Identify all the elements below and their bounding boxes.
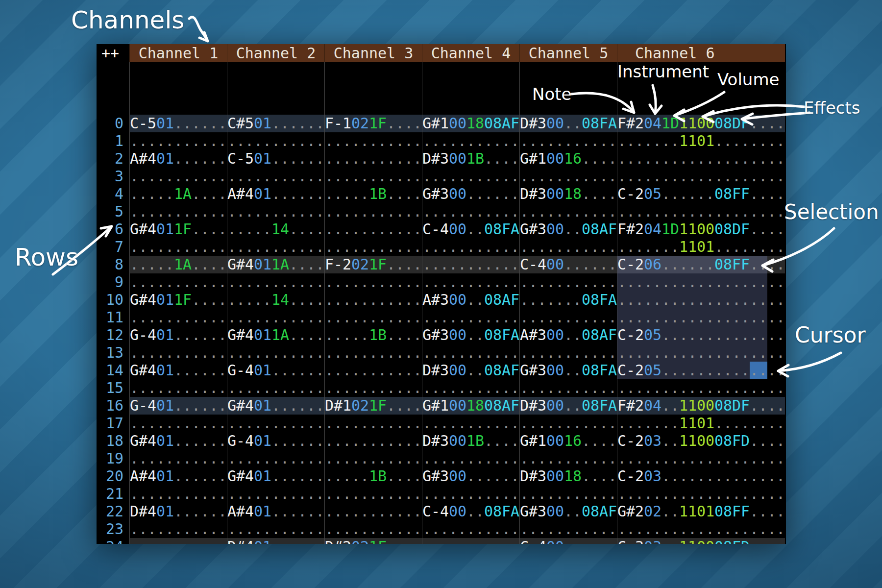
pattern-cell[interactable]: ...........	[324, 291, 422, 309]
pattern-cell[interactable]: C-203..............	[617, 467, 785, 485]
pattern-cell[interactable]: ...........	[519, 132, 617, 150]
pattern-cell[interactable]: C-400..08FA	[422, 220, 519, 238]
pattern-cell[interactable]: ...........	[324, 344, 422, 362]
pattern-cell[interactable]: C-303..110008FD....	[617, 538, 785, 544]
pattern-cell[interactable]: G#300..08AF	[519, 503, 617, 520]
row-number[interactable]: 6	[97, 220, 129, 238]
pattern-cell[interactable]: .....14....	[227, 220, 324, 238]
pattern-cell[interactable]: ...................	[617, 291, 785, 309]
row-number[interactable]: 16	[97, 397, 129, 415]
channel-header-6[interactable]: Channel 6	[617, 44, 785, 62]
pattern-cell[interactable]: ...........	[422, 415, 519, 432]
row-number[interactable]: 15	[97, 379, 129, 397]
pattern-cell[interactable]: ...........	[324, 168, 422, 185]
pattern-cell[interactable]: G#1001808AF	[422, 397, 519, 415]
pattern-cell[interactable]: ...........	[422, 273, 519, 291]
pattern-cell[interactable]: .......1101........	[617, 132, 785, 150]
pattern-cell[interactable]: G#4011A....	[227, 326, 324, 344]
pattern-cell[interactable]: ...........	[129, 520, 227, 538]
pattern-cell[interactable]: ...........	[227, 415, 324, 432]
pattern-cell[interactable]: F#2041D110008DF....	[617, 115, 785, 132]
pattern-cell[interactable]: ...........	[422, 450, 519, 467]
pattern-cell[interactable]: ...........	[227, 344, 324, 362]
pattern-cell[interactable]: ...................	[617, 273, 785, 291]
pattern-cell[interactable]: D#3001B....	[422, 432, 519, 450]
pattern-cell[interactable]: G#10016....	[519, 150, 617, 168]
pattern-cell[interactable]: ...........	[324, 415, 422, 432]
pattern-cell[interactable]: G#4011F....	[129, 291, 227, 309]
pattern-cell[interactable]: G#10016....	[519, 432, 617, 450]
pattern-cell[interactable]: D#300..08AF	[422, 362, 519, 379]
pattern-cell[interactable]: C-400..08FA	[422, 503, 519, 520]
pattern-cell[interactable]: ...........	[324, 220, 422, 238]
row-number[interactable]: 24	[97, 538, 129, 544]
pattern-cell[interactable]: ...........	[422, 238, 519, 256]
pattern-cell[interactable]: D#30018....	[519, 185, 617, 203]
pattern-cell[interactable]: ...........	[129, 344, 227, 362]
pattern-cell[interactable]: .....1A....	[129, 256, 227, 273]
pattern-cell[interactable]: C-205..............	[617, 362, 785, 379]
pattern-cell[interactable]: ...........	[129, 485, 227, 503]
pattern-cell[interactable]: ...........	[519, 485, 617, 503]
pattern-cell[interactable]: F-1021F....	[324, 115, 422, 132]
pattern-cell[interactable]: .....14....	[227, 291, 324, 309]
pattern-cell[interactable]: A#300..08AF	[519, 326, 617, 344]
row-number[interactable]: 9	[97, 273, 129, 291]
row-number[interactable]: 20	[97, 467, 129, 485]
pattern-cell[interactable]: ...........	[519, 520, 617, 538]
pattern-cell[interactable]: ...................	[617, 203, 785, 220]
row-number[interactable]: 0	[97, 115, 129, 132]
pattern-cell[interactable]: .....1B....	[324, 326, 422, 344]
row-number[interactable]: 13	[97, 344, 129, 362]
pattern-cell[interactable]: G#202..110108FF....	[617, 503, 785, 520]
pattern-cell[interactable]: C-501......	[227, 150, 324, 168]
pattern-cell[interactable]: .......08FA	[519, 291, 617, 309]
pattern-cell[interactable]: C-501......	[129, 115, 227, 132]
pattern-cell[interactable]: ...........	[422, 344, 519, 362]
pattern-cell[interactable]: ...........	[422, 168, 519, 185]
row-number[interactable]: 17	[97, 415, 129, 432]
pattern-cell[interactable]: F#2041D110008DF....	[617, 220, 785, 238]
pattern-cell[interactable]: ...........	[422, 520, 519, 538]
pattern-cell[interactable]: ...........	[227, 450, 324, 467]
pattern-cell[interactable]: G#401......	[227, 467, 324, 485]
pattern-cell[interactable]: G#300..08FA	[422, 326, 519, 344]
pattern-cell[interactable]: C-206......08FF....	[617, 256, 785, 273]
pattern-cell[interactable]: ...........	[129, 273, 227, 291]
pattern-cell[interactable]: ...................	[617, 309, 785, 326]
pattern-cell[interactable]: ...........	[129, 450, 227, 467]
pattern-cell[interactable]: G#300..08AF	[519, 220, 617, 238]
pattern-cell[interactable]: G#300......	[422, 185, 519, 203]
pattern-cell[interactable]: ...........	[324, 432, 422, 450]
pattern-cell[interactable]: ...........	[324, 520, 422, 538]
pattern-cell[interactable]: ...................	[617, 344, 785, 362]
pattern-cell[interactable]: ...................	[617, 450, 785, 467]
pattern-cell[interactable]: ...........	[227, 238, 324, 256]
pattern-cell[interactable]: D#30018....	[519, 467, 617, 485]
pattern-cell[interactable]: ...........	[129, 538, 227, 544]
channel-add-button[interactable]: ++	[97, 44, 129, 62]
pattern-cell[interactable]: C-400......	[519, 538, 617, 544]
row-number[interactable]: 8	[97, 256, 129, 273]
pattern-cell[interactable]: .......1101........	[617, 415, 785, 432]
pattern-cell[interactable]: C-203..110008FD....	[617, 432, 785, 450]
pattern-cell[interactable]: ...................	[617, 520, 785, 538]
pattern-cell[interactable]: ...........	[129, 415, 227, 432]
pattern-cell[interactable]: F#204..110008DF....	[617, 397, 785, 415]
pattern-cell[interactable]: A#401......	[227, 185, 324, 203]
pattern-cell[interactable]: G-401......	[227, 432, 324, 450]
pattern-cell[interactable]: G#1001808AF	[422, 115, 519, 132]
pattern-cell[interactable]: C-400......	[519, 256, 617, 273]
row-number[interactable]: 18	[97, 432, 129, 450]
pattern-cell[interactable]: ...........	[519, 344, 617, 362]
pattern-cell[interactable]: ...........	[129, 238, 227, 256]
pattern-cell[interactable]: ...........	[422, 256, 519, 273]
pattern-cell[interactable]: ...........	[519, 273, 617, 291]
pattern-cell[interactable]: .....1A....	[129, 185, 227, 203]
pattern-cell[interactable]: D#1021F....	[324, 397, 422, 415]
pattern-cell[interactable]: ...........	[519, 450, 617, 467]
pattern-cell[interactable]: ...........	[227, 273, 324, 291]
pattern-cell[interactable]: D#401......	[227, 538, 324, 544]
pattern-cell[interactable]: ...........	[422, 309, 519, 326]
pattern-cell[interactable]: G#401......	[129, 432, 227, 450]
